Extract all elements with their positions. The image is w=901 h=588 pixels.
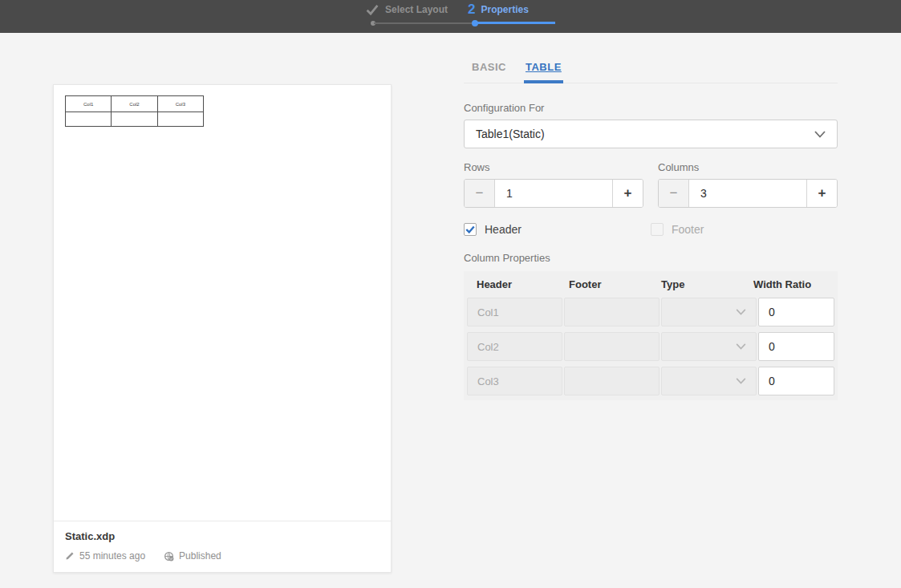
columns-decrement-button[interactable]: − bbox=[659, 180, 689, 207]
progress-line-step1 bbox=[374, 22, 474, 24]
col-header-type: Type bbox=[651, 278, 742, 290]
configuration-for-select[interactable]: Table1(Static) bbox=[464, 120, 838, 148]
wizard-step-properties[interactable]: 2 Properties bbox=[468, 2, 529, 18]
chevron-down-icon bbox=[736, 309, 746, 315]
wizard-step2-number: 2 bbox=[468, 2, 475, 18]
thumb-col2-header: Col2 bbox=[112, 96, 157, 112]
asset-card-footer: Static.xdp 55 minutes ago Published bbox=[54, 521, 391, 572]
columns-stepper: − + bbox=[658, 179, 838, 208]
wizard-header: Select Layout 2 Properties bbox=[0, 0, 901, 33]
rows-input[interactable] bbox=[495, 180, 612, 207]
asset-title: Static.xdp bbox=[65, 530, 379, 542]
col1-footer-field bbox=[564, 298, 660, 326]
col-header-footer: Footer bbox=[559, 278, 650, 290]
col1-width-ratio-cell bbox=[758, 298, 834, 326]
columns-increment-button[interactable]: + bbox=[806, 180, 837, 207]
chevron-down-icon bbox=[736, 378, 746, 384]
asset-preview-card: Col1 Col2 Col3 Static.xdp 55 minutes ago bbox=[53, 84, 392, 573]
header-checkbox[interactable] bbox=[464, 223, 477, 236]
checkmark-icon bbox=[366, 4, 379, 15]
thumb-col1-header: Col1 bbox=[66, 96, 112, 112]
form-preview-thumbnail: Col1 Col2 Col3 bbox=[65, 95, 204, 127]
rows-field: Rows − + bbox=[464, 161, 643, 208]
progress-line-step2 bbox=[477, 22, 555, 24]
asset-modified-text: 55 minutes ago bbox=[79, 550, 145, 562]
rows-stepper: − + bbox=[464, 179, 643, 208]
rows-decrement-button[interactable]: − bbox=[465, 180, 495, 207]
wizard-progress-track bbox=[371, 19, 555, 26]
col-header-header: Header bbox=[467, 278, 558, 290]
asset-modified: 55 minutes ago bbox=[65, 550, 145, 562]
tab-table[interactable]: TABLE bbox=[526, 61, 562, 83]
asset-status: Published bbox=[164, 550, 221, 562]
rows-increment-button[interactable]: + bbox=[612, 180, 643, 207]
col3-type-select bbox=[661, 367, 757, 395]
table-row: Col2 bbox=[467, 332, 834, 361]
published-globe-icon bbox=[164, 551, 174, 562]
table-row: Col1 bbox=[467, 298, 834, 326]
thumb-col3-header: Col3 bbox=[157, 96, 203, 112]
col-header-width-ratio: Width Ratio bbox=[744, 278, 834, 290]
col2-width-ratio-cell bbox=[758, 332, 834, 361]
columns-label: Columns bbox=[658, 161, 838, 173]
table-row: Col3 bbox=[467, 367, 834, 395]
column-properties-header-row: Header Footer Type Width Ratio bbox=[467, 271, 834, 298]
columns-input[interactable] bbox=[689, 180, 806, 207]
wizard-step2-label: Properties bbox=[481, 4, 528, 15]
asset-status-text: Published bbox=[179, 550, 221, 562]
properties-panel: BASIC TABLE Configuration For Table1(Sta… bbox=[464, 33, 838, 400]
thumb-body-cell bbox=[157, 112, 203, 127]
chevron-down-icon bbox=[814, 131, 826, 138]
col2-header-field: Col2 bbox=[467, 332, 562, 361]
col1-width-ratio-input[interactable] bbox=[759, 298, 834, 326]
col2-type-select bbox=[661, 332, 757, 361]
check-icon bbox=[465, 225, 475, 233]
header-checkbox-label: Header bbox=[485, 223, 522, 236]
col3-header-field: Col3 bbox=[467, 367, 562, 395]
col2-footer-field bbox=[564, 332, 660, 361]
col3-width-ratio-cell bbox=[758, 367, 834, 395]
footer-checkbox-group: Footer bbox=[651, 223, 823, 236]
rows-label: Rows bbox=[464, 161, 643, 173]
footer-checkbox-label: Footer bbox=[672, 223, 704, 236]
wizard-step-select-layout[interactable]: Select Layout bbox=[366, 4, 448, 15]
thumb-body-cell bbox=[112, 112, 157, 127]
properties-tabs: BASIC TABLE bbox=[464, 33, 838, 83]
chevron-down-icon bbox=[736, 343, 746, 350]
col3-width-ratio-input[interactable] bbox=[759, 367, 834, 395]
footer-checkbox bbox=[651, 223, 664, 236]
col3-footer-field bbox=[564, 367, 660, 395]
columns-field: Columns − + bbox=[658, 161, 838, 208]
column-properties-label: Column Properties bbox=[464, 252, 838, 264]
header-checkbox-group: Header bbox=[464, 223, 636, 236]
configuration-for-value: Table1(Static) bbox=[476, 128, 545, 140]
col1-type-select bbox=[661, 298, 757, 326]
col1-header-field: Col1 bbox=[467, 298, 562, 326]
col2-width-ratio-input[interactable] bbox=[759, 333, 834, 360]
wizard-step1-label: Select Layout bbox=[385, 4, 448, 15]
column-properties-table: Header Footer Type Width Ratio Col1 Col2 bbox=[464, 271, 838, 400]
configuration-for-label: Configuration For bbox=[464, 102, 838, 114]
thumb-body-cell bbox=[66, 112, 112, 127]
tab-basic[interactable]: BASIC bbox=[472, 61, 506, 83]
pencil-icon bbox=[65, 551, 75, 561]
